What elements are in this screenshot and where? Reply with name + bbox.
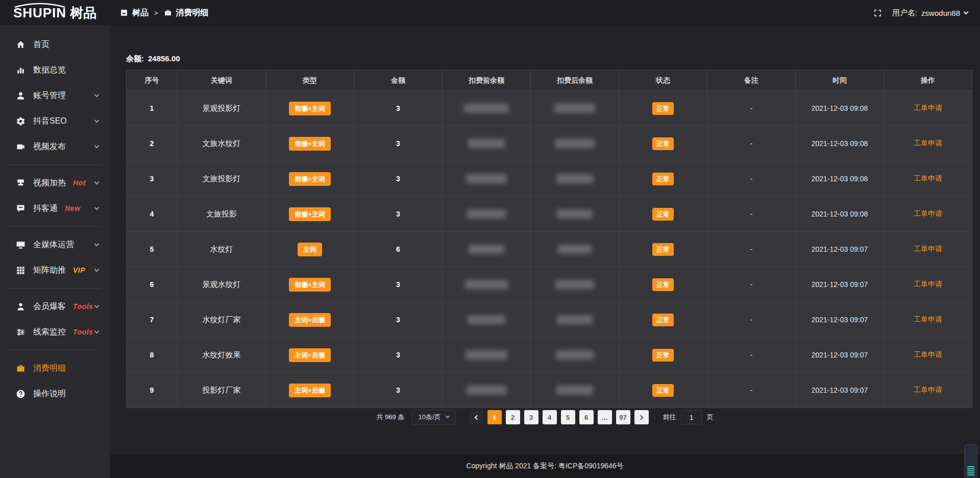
cell-status: 正常	[619, 373, 707, 408]
home-icon	[15, 39, 26, 50]
main-content: 余额:24856.00 序号关键词类型金额扣费前余额扣费后余额状态备注时间操作 …	[110, 26, 980, 478]
cell-keyword: 景观水纹灯	[178, 267, 266, 302]
page-size-value: 10条/页	[418, 413, 440, 422]
work-order-link[interactable]: 工单申请	[914, 174, 942, 182]
type-badge: 前缀+主词	[289, 137, 331, 151]
sidebar-item-label: 抖客通	[33, 203, 58, 214]
work-order-link[interactable]: 工单申请	[914, 280, 942, 288]
balance: 余额:24856.00	[126, 54, 180, 64]
cell-time: 2021-12-03 09:08	[796, 197, 884, 232]
sidebar-divider	[9, 288, 101, 289]
cell-amount: 3	[354, 302, 443, 338]
question-icon	[15, 389, 26, 399]
table-row: 9投影灯厂家主词+后缀3正常-2021-12-03 09:07工单申请	[127, 373, 972, 408]
sidebar-badge: New	[65, 204, 80, 212]
cell-status: 正常	[619, 126, 707, 161]
page-button-2[interactable]: 2	[506, 410, 520, 424]
cell-status: 正常	[619, 338, 707, 373]
sidebar-item-label: 全媒体运营	[33, 240, 74, 250]
cell-action: 工单申请	[884, 161, 972, 197]
sidebar-item-consumption-detail[interactable]: 消费明细	[0, 355, 110, 381]
type-badge: 前缀+主词	[289, 172, 331, 186]
video-icon	[15, 141, 26, 152]
next-page-button[interactable]	[634, 410, 649, 424]
status-badge: 正常	[652, 349, 674, 362]
status-badge: 正常	[652, 102, 674, 115]
chevron-down-icon	[94, 267, 100, 272]
masked-balance-before	[467, 386, 506, 395]
user2-icon	[15, 301, 26, 312]
pagination: 共 969 条 10条/页 123456...97 前往 页	[110, 409, 980, 425]
cell-note: -	[707, 232, 796, 267]
type-badge: 主词+后缀	[289, 384, 331, 397]
sidebar-item-operation-guide[interactable]: 操作说明	[0, 381, 110, 407]
cell-status: 正常	[619, 197, 707, 232]
sidebar-divider	[9, 350, 101, 350]
type-badge: 前缀+主词	[289, 207, 331, 221]
breadcrumb-current: 消费明细	[176, 8, 209, 18]
masked-balance-before	[467, 209, 506, 219]
sidebar-item-video-publish[interactable]: 视频发布	[0, 134, 110, 159]
cell-action: 工单申请	[884, 373, 972, 408]
topbar-right: 用户名: zswodun88	[873, 8, 980, 18]
column-header: 状态	[619, 70, 707, 91]
work-order-link[interactable]: 工单申请	[914, 350, 942, 358]
user-icon	[15, 90, 26, 101]
floating-widget[interactable]	[964, 444, 977, 478]
app-icon	[120, 9, 128, 17]
sidebar-item-home[interactable]: 首页	[0, 32, 110, 57]
sidebar-item-label: 视频发布	[33, 141, 66, 152]
sidebar-item-all-media-operation[interactable]: 全媒体运营	[0, 232, 110, 257]
sidebar-item-account-management[interactable]: 账号管理	[0, 83, 110, 108]
work-order-link[interactable]: 工单申请	[914, 386, 942, 394]
work-order-link[interactable]: 工单申请	[914, 315, 942, 323]
cell-type: 主词+后缀	[266, 302, 354, 338]
sidebar-item-video-heat[interactable]: 视频加热Hot	[0, 170, 110, 196]
sidebar-item-member-explosion[interactable]: 会员爆客Tools	[0, 294, 110, 319]
sidebar-item-douketong[interactable]: 抖客通New	[0, 196, 110, 221]
cell-time: 2021-12-03 09:07	[796, 338, 884, 373]
cell-index: 9	[127, 373, 178, 408]
goto-page-input[interactable]	[681, 410, 702, 424]
sidebar-item-douyin-seo[interactable]: 抖音SEO	[0, 108, 110, 134]
sidebar-item-label: 矩阵助推	[33, 265, 66, 276]
more-pages-button[interactable]: ...	[598, 410, 612, 424]
cell-amount: 3	[354, 126, 443, 161]
prev-page-button[interactable]	[469, 410, 483, 424]
page-button-97[interactable]: 97	[616, 410, 630, 424]
cell-balance-after	[531, 338, 619, 373]
sidebar-item-data-overview[interactable]: 数据总览	[0, 57, 110, 83]
wallet-icon	[164, 9, 172, 17]
page-button-6[interactable]: 6	[579, 410, 594, 424]
chevron-down-icon	[964, 9, 969, 14]
work-order-link[interactable]: 工单申请	[914, 139, 942, 147]
page-button-1[interactable]: 1	[487, 410, 502, 424]
cell-type: 主词	[266, 232, 354, 267]
topbar: SHUPIN 树品 树品 > 消费明细 用户名: zswodun88	[0, 0, 980, 26]
sidebar-item-label: 视频加热	[33, 178, 66, 188]
fullscreen-icon[interactable]	[873, 9, 882, 17]
masked-balance-before	[465, 280, 508, 289]
type-badge: 主词	[298, 243, 322, 256]
breadcrumb-root[interactable]: 树品	[132, 8, 149, 18]
cell-note: -	[707, 373, 796, 408]
cell-type: 前缀+主词	[266, 161, 354, 197]
work-order-link[interactable]: 工单申请	[914, 104, 942, 112]
cell-time: 2021-12-03 09:08	[796, 161, 884, 197]
table-row: 3文旅投影灯前缀+主词3正常-2021-12-03 09:08工单申请	[127, 161, 972, 197]
page-size-select[interactable]: 10条/页	[411, 410, 455, 425]
page-button-3[interactable]: 3	[524, 410, 538, 424]
cell-time: 2021-12-03 09:07	[796, 302, 884, 338]
status-badge: 正常	[652, 137, 674, 150]
sidebar-item-lead-monitor[interactable]: 线索监控Tools	[0, 319, 110, 345]
page-button-4[interactable]: 4	[543, 410, 557, 424]
sidebar-item-label: 数据总览	[33, 65, 66, 76]
sidebar-divider	[9, 226, 101, 227]
user-menu[interactable]: 用户名: zswodun88	[892, 8, 968, 18]
work-order-link[interactable]: 工单申请	[914, 209, 942, 218]
chat-icon	[15, 203, 26, 213]
page-button-5[interactable]: 5	[561, 410, 575, 424]
work-order-link[interactable]: 工单申请	[914, 245, 942, 253]
cell-time: 2021-12-03 09:07	[796, 267, 884, 302]
sidebar-item-matrix-boost[interactable]: 矩阵助推VIP	[0, 257, 110, 283]
